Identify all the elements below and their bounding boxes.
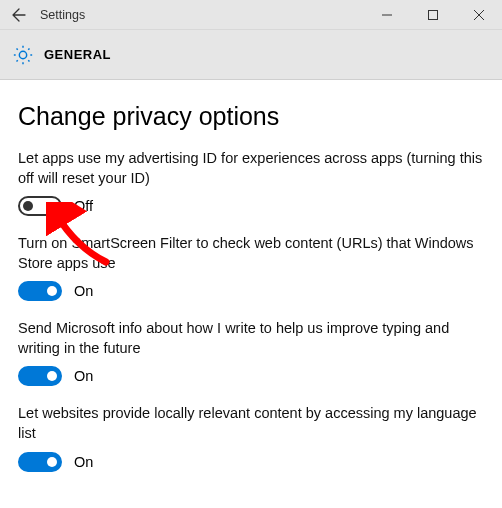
setting-advertising-id: Let apps use my advertising ID for exper… [18, 149, 484, 216]
setting-desc: Let apps use my advertising ID for exper… [18, 149, 484, 188]
language-list-toggle[interactable] [18, 452, 62, 472]
gear-icon [12, 44, 34, 66]
window-title: Settings [40, 8, 85, 22]
back-button[interactable] [0, 0, 38, 29]
setting-desc: Send Microsoft info about how I write to… [18, 319, 484, 358]
minimize-icon [382, 10, 392, 20]
category-label: GENERAL [44, 47, 111, 62]
smartscreen-toggle[interactable] [18, 281, 62, 301]
setting-desc: Let websites provide locally relevant co… [18, 404, 484, 443]
setting-typing-info: Send Microsoft info about how I write to… [18, 319, 484, 386]
minimize-button[interactable] [364, 0, 410, 29]
advertising-id-toggle[interactable] [18, 196, 62, 216]
back-arrow-icon [11, 7, 27, 23]
toggle-state-label: Off [74, 198, 93, 214]
close-button[interactable] [456, 0, 502, 29]
setting-desc: Turn on SmartScreen Filter to check web … [18, 234, 484, 273]
category-header: GENERAL [0, 30, 502, 80]
typing-info-toggle[interactable] [18, 366, 62, 386]
maximize-icon [428, 10, 438, 20]
setting-smartscreen: Turn on SmartScreen Filter to check web … [18, 234, 484, 301]
svg-rect-1 [429, 10, 438, 19]
toggle-state-label: On [74, 454, 93, 470]
page-heading: Change privacy options [18, 102, 484, 131]
toggle-state-label: On [74, 283, 93, 299]
content-area: Change privacy options Let apps use my a… [0, 80, 502, 500]
close-icon [474, 10, 484, 20]
titlebar: Settings [0, 0, 502, 30]
setting-language-list: Let websites provide locally relevant co… [18, 404, 484, 471]
maximize-button[interactable] [410, 0, 456, 29]
toggle-state-label: On [74, 368, 93, 384]
